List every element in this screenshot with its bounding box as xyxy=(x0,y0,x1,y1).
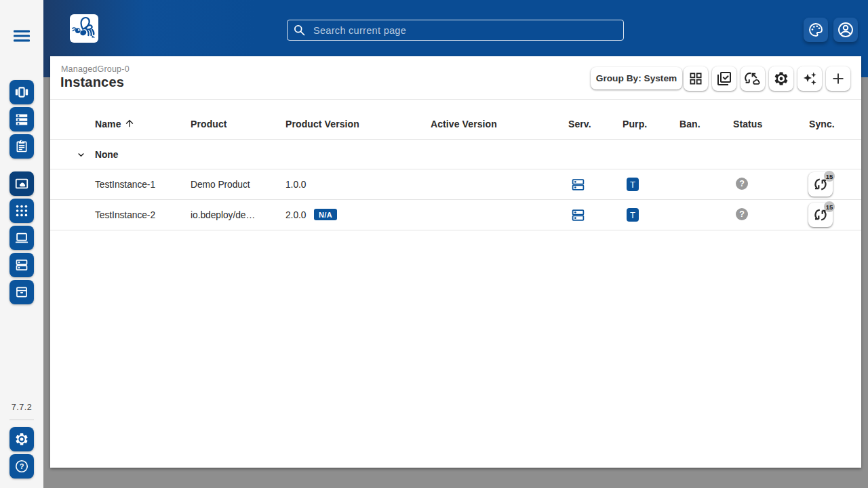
svg-text:?: ? xyxy=(20,462,24,470)
